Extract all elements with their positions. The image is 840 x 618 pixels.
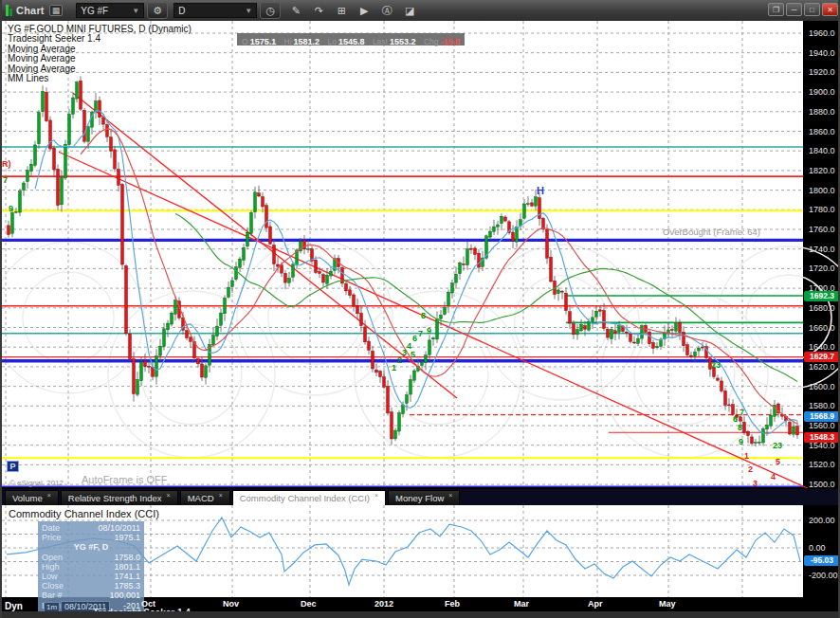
candle-body (57, 169, 60, 205)
tab-volume[interactable]: Volume× (5, 490, 59, 505)
interval-dropdown[interactable]: D▼ (173, 3, 257, 18)
eraser-icon[interactable]: ◪ (400, 2, 419, 19)
candle-body (372, 351, 374, 369)
candle-body (34, 145, 37, 166)
data-window-row: High1801.1 (42, 562, 140, 572)
cci-value-badge: -95.03 (804, 555, 840, 566)
data-window-value: 08/10/2011 (99, 523, 140, 533)
restore-button[interactable]: ❐ (768, 3, 784, 16)
candle-body (732, 405, 735, 415)
candle-body (27, 171, 29, 182)
month-label: Apr (588, 599, 603, 609)
quote-note-icon[interactable]: ⊞ (332, 2, 351, 19)
candle-body (402, 405, 405, 414)
candles (8, 76, 799, 446)
candle-body (717, 378, 720, 380)
candle-body (535, 197, 538, 206)
price-badge: 1629.7 (804, 352, 840, 362)
data-window-overlay: Date08/10/2011Price1975.1YG #F, DOpen175… (38, 521, 144, 611)
data-window-label: Bar # (42, 591, 63, 600)
auto-icon[interactable]: Ⓐ (377, 2, 396, 19)
candle-body (796, 427, 799, 435)
candle-body (239, 259, 242, 267)
candle-body (751, 437, 754, 444)
candle-body (546, 229, 549, 258)
play-icon[interactable]: ▶ (355, 2, 374, 19)
candle-body (228, 287, 230, 297)
data-window-label: Open (42, 553, 63, 562)
candle-body (690, 355, 693, 356)
quote-field-value: 1575.1 (250, 37, 277, 46)
month-label: 2012 (374, 599, 393, 609)
draw-pencil-icon[interactable]: ✎ (286, 2, 305, 19)
candle-body (273, 245, 276, 264)
chevron-down-icon: ▼ (245, 7, 252, 15)
seeker-count-label: 9 (739, 438, 743, 446)
tab-commodity-channel-index-cci-[interactable]: Commodity Channel Index (CCI)× (232, 490, 386, 505)
candle-body (398, 413, 401, 431)
quote-field: Lo1545.8 (328, 31, 365, 48)
seeker-count-label: 2 (397, 356, 402, 365)
month-label: Mar (514, 599, 529, 609)
title-bar[interactable]: Chart ▦ YG #F▼ ⚙ D▼ ◷ ✎↷⊞▶Ⓐ◪ ❐─□✕ (2, 0, 840, 21)
candle-body (99, 100, 101, 118)
quote-field-label: Hi (284, 37, 292, 46)
candle-body (436, 318, 439, 339)
redo-icon[interactable]: ↷ (309, 2, 328, 19)
tab-macd[interactable]: MACD× (180, 490, 230, 505)
symbol-settings-gear-icon[interactable]: ⚙ (147, 2, 168, 19)
candle-body (72, 98, 75, 114)
candle-body (137, 379, 139, 394)
candle-body (205, 366, 208, 377)
tab-label: Volume (12, 493, 43, 503)
candle-body (174, 300, 177, 315)
candle-body (224, 299, 227, 314)
chevron-down-icon: ▼ (132, 7, 139, 15)
seeker-count-label: 2 (748, 465, 753, 474)
cci-axis-label: 200.00 (809, 516, 840, 525)
candle-body (660, 339, 663, 346)
data-window-row: Bar #100,001 (42, 591, 140, 600)
candle-body (383, 377, 386, 388)
dynamic-mode-label: Dyn (5, 601, 23, 611)
candle-body (140, 362, 143, 380)
seeker-count-label: 7 (418, 330, 423, 338)
main-chart-canvas[interactable] (2, 21, 803, 488)
tab-money-flow[interactable]: Money Flow× (388, 490, 460, 505)
candle-body (512, 232, 515, 241)
candle-body (30, 164, 33, 171)
tab-close-icon[interactable]: × (47, 492, 51, 499)
candle-body (197, 358, 200, 363)
candle-body (110, 137, 113, 151)
data-window-label: Date (42, 523, 60, 533)
candle-body (118, 170, 120, 186)
candle-body (23, 183, 26, 191)
price-axis-label: 1560.0 (809, 421, 840, 430)
tab-close-icon[interactable]: × (167, 492, 171, 499)
seeker-count-label: 4 (771, 473, 776, 482)
tab-close-icon[interactable]: × (448, 492, 452, 499)
candle-body (269, 227, 272, 244)
candle-body (755, 443, 758, 444)
close-button[interactable]: ✕ (822, 3, 838, 16)
candle-body (262, 197, 265, 207)
quote-field-value: 1553.2 (390, 37, 416, 46)
candle-body (235, 267, 238, 280)
symbol-dropdown[interactable]: YG #F▼ (76, 3, 144, 18)
candle-body (789, 422, 792, 434)
candle-body (413, 371, 416, 380)
quote-field-value: 1581.2 (294, 37, 320, 46)
candle-body (46, 92, 48, 120)
candle-body (307, 248, 310, 249)
candle-body (580, 324, 583, 331)
minimize-button[interactable]: ─ (786, 3, 802, 16)
tab-close-icon[interactable]: × (219, 492, 223, 499)
time-clock-icon[interactable]: ◷ (260, 2, 281, 19)
tab-close-icon[interactable]: × (374, 492, 378, 499)
data-window-value: 1741.1 (114, 572, 140, 581)
maximize-button[interactable]: □ (804, 3, 820, 16)
quote-field: O1575.1 (242, 31, 276, 48)
tab-relative-strength-index[interactable]: Relative Strength Index× (61, 490, 178, 505)
quote-field-value: 1545.8 (338, 37, 365, 46)
seeker-count-label: 5 (411, 351, 415, 359)
